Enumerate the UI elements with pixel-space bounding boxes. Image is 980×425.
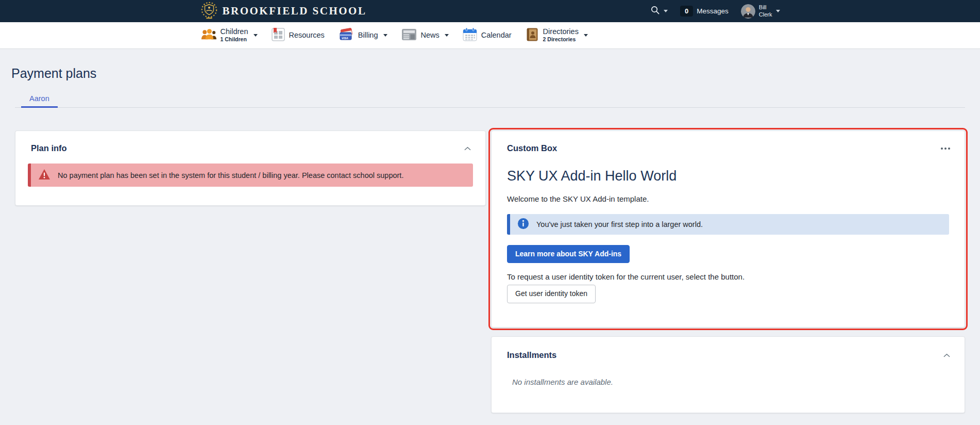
alert-text: No payment plan has been set in the syst… [58,171,403,179]
installments-empty-text: No installments are available. [492,378,965,386]
installments-collapse-button[interactable] [942,350,951,360]
plan-info-title: Plan info [31,143,67,153]
news-icon [401,28,417,43]
chevron-down-icon [383,34,387,37]
tab-aaron[interactable]: Aaron [21,90,58,108]
page-content: Payment plans Aaron Plan info [0,66,980,413]
nav-label-billing: Billing [358,31,378,40]
svg-text:VISA: VISA [342,36,348,39]
nav-item-billing[interactable]: VISA Billing [339,22,387,48]
token-instruction-text: To request a user identity token for the… [507,272,949,281]
ellipsis-icon [941,148,950,150]
custom-box-title: Custom Box [507,143,557,153]
tab-bar: Aaron [15,90,965,108]
school-name: BROOKFIELD SCHOOL [223,5,367,18]
custom-box-more-button[interactable] [940,146,951,151]
calendar-icon [463,27,477,43]
chevron-down-icon [776,10,780,12]
user-name: Bill Clerk [759,4,772,18]
nav-label-children: Children [221,28,248,36]
page-title: Payment plans [11,66,965,81]
directories-icon [526,28,539,43]
school-logo[interactable]: BROOKFIELD SCHOOL [200,1,367,22]
user-last-name: Clerk [759,11,772,18]
no-payment-plan-alert: No payment plan has been set in the syst… [28,164,473,187]
warning-icon [38,169,50,182]
avatar [741,4,755,19]
chevron-up-icon [464,144,471,152]
installments-card: Installments No installments are availab… [491,336,965,413]
school-crest-icon [200,1,218,22]
messages-label: Messages [697,7,729,15]
chevron-down-icon [584,34,588,37]
search-icon [650,5,660,17]
nav-label-news: News [421,31,440,40]
info-alert-text: You've just taken your first step into a… [536,220,703,228]
search-menu[interactable] [650,5,668,17]
messages-menu[interactable]: 0 Messages [680,6,729,17]
installments-title: Installments [507,350,556,360]
user-first-name: Bill [759,4,772,11]
nav-label-directories: Directories [543,28,579,36]
children-icon [200,28,216,43]
plan-info-card: Plan info No pay [15,130,486,206]
resources-icon [272,28,285,43]
nav-item-directories[interactable]: Directories 2 Directories [526,22,588,48]
first-step-info-alert: You've just taken your first step into a… [507,214,949,235]
nav-sublabel-children: 1 Children [221,36,248,43]
nav-item-news[interactable]: News [401,22,449,48]
learn-more-button[interactable]: Learn more about SKY Add-ins [507,245,630,263]
main-nav: Children 1 Children Resources [0,22,980,49]
top-bar: BROOKFIELD SCHOOL 0 Messages [0,0,980,22]
nav-label-resources: Resources [289,31,325,40]
get-token-button[interactable]: Get user identity token [507,285,596,303]
addin-heading: SKY UX Add-in Hello World [507,168,949,184]
chevron-down-icon [664,10,668,12]
messages-count-badge: 0 [680,6,693,17]
user-menu[interactable]: Bill Clerk [741,4,780,19]
chevron-up-icon [943,351,950,359]
custom-box-card: Custom Box SKY UX Add-in Hello World Wel… [491,130,965,328]
plan-info-collapse-button[interactable] [463,143,472,153]
addin-welcome-text: Welcome to the SKY UX Add-in template. [507,194,949,203]
nav-item-calendar[interactable]: Calendar [463,22,512,48]
chevron-down-icon [445,34,449,37]
chevron-down-icon [254,34,258,37]
billing-icon: VISA [339,28,354,43]
nav-sublabel-directories: 2 Directories [543,36,579,43]
info-icon [517,218,529,231]
nav-label-calendar: Calendar [481,31,512,40]
nav-item-resources[interactable]: Resources [272,22,325,48]
nav-item-children[interactable]: Children 1 Children [200,22,258,48]
